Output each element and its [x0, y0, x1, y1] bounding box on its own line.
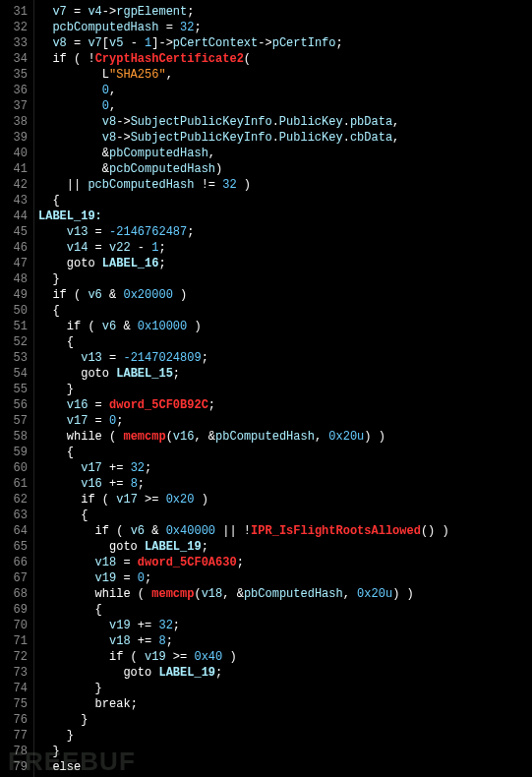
- code-line[interactable]: v17 += 32;: [38, 460, 449, 476]
- code-line[interactable]: {: [38, 602, 449, 618]
- token-c: [38, 115, 102, 129]
- token-c: &: [102, 288, 124, 302]
- line-number: 34: [4, 51, 28, 67]
- token-c: &: [38, 147, 109, 160]
- code-line[interactable]: v8->SubjectPublicKeyInfo.PublicKey.cbDat…: [38, 130, 449, 146]
- token-lbl: LABEL_19: [158, 666, 215, 680]
- code-area[interactable]: v7 = v4->rgpElement; pcbComputedHash = 3…: [34, 0, 449, 777]
- code-line[interactable]: goto LABEL_19;: [38, 539, 449, 555]
- code-line[interactable]: if ( v6 & 0x10000 ): [38, 319, 449, 334]
- code-line[interactable]: if ( v17 >= 0x20 ): [38, 492, 449, 508]
- token-kw: if: [109, 650, 123, 664]
- token-func: memcmp: [151, 587, 194, 601]
- code-line[interactable]: }: [38, 382, 449, 397]
- code-line[interactable]: || pcbComputedHash != 32 ): [38, 177, 449, 193]
- token-c: >=: [166, 650, 195, 664]
- token-kw: goto: [109, 540, 138, 554]
- code-line[interactable]: goto LABEL_16;: [38, 256, 449, 271]
- code-line[interactable]: v13 = -2147024809;: [38, 350, 449, 366]
- token-c: ;: [237, 556, 244, 569]
- token-c: }: [38, 272, 60, 286]
- token-c: [38, 398, 67, 412]
- code-line[interactable]: {: [38, 334, 449, 350]
- code-line[interactable]: while ( memcmp(v16, &pbComputedHash, 0x2…: [38, 429, 449, 445]
- token-var: v19: [109, 619, 131, 632]
- code-line[interactable]: while ( memcmp(v18, &pbComputedHash, 0x2…: [38, 586, 449, 602]
- code-line[interactable]: {: [38, 303, 449, 319]
- token-c: =: [67, 36, 89, 50]
- token-c: {: [38, 446, 74, 459]
- code-line[interactable]: {: [38, 193, 449, 209]
- code-line[interactable]: goto LABEL_19;: [38, 665, 449, 681]
- line-number: 43: [4, 193, 28, 209]
- code-line[interactable]: }: [38, 712, 449, 728]
- token-num: 0x20000: [123, 288, 172, 302]
- code-line[interactable]: L"SHA256",: [38, 67, 449, 83]
- token-num: 0: [102, 99, 109, 113]
- code-line[interactable]: }: [38, 744, 449, 759]
- code-line[interactable]: v16 = dword_5CF0B92C;: [38, 397, 449, 413]
- code-line[interactable]: v17 = 0;: [38, 413, 449, 429]
- token-c: ;: [166, 634, 173, 648]
- token-var: PublicKey: [279, 115, 343, 129]
- code-line[interactable]: v18 += 8;: [38, 633, 449, 649]
- token-num: 0x20: [166, 493, 195, 507]
- token-kw: if: [67, 320, 81, 333]
- code-line[interactable]: {: [38, 445, 449, 460]
- token-c: (: [95, 493, 117, 507]
- token-num: 32: [158, 619, 172, 632]
- code-line[interactable]: if ( v6 & 0x20000 ): [38, 287, 449, 303]
- token-var: v22: [109, 241, 131, 255]
- line-number: 51: [4, 319, 28, 334]
- code-line[interactable]: v7 = v4->rgpElement;: [38, 4, 449, 20]
- code-line[interactable]: v18 = dword_5CF0A630;: [38, 555, 449, 570]
- code-line[interactable]: pcbComputedHash = 32;: [38, 20, 449, 35]
- code-line[interactable]: 0,: [38, 98, 449, 114]
- token-c: ;: [187, 225, 194, 239]
- code-line[interactable]: v8->SubjectPublicKeyInfo.PublicKey.pbDat…: [38, 114, 449, 130]
- line-number: 76: [4, 712, 28, 728]
- code-line[interactable]: goto LABEL_15;: [38, 366, 449, 382]
- token-c: ): [222, 650, 236, 664]
- token-c: ->: [258, 36, 271, 50]
- code-line[interactable]: {: [38, 508, 449, 523]
- code-line[interactable]: if ( !CryptHashCertificate2(: [38, 51, 449, 67]
- token-c: ): [187, 320, 201, 333]
- code-line[interactable]: v19 += 32;: [38, 618, 449, 633]
- token-c: +=: [131, 634, 159, 648]
- token-c: ,: [392, 115, 399, 129]
- token-var: v14: [67, 241, 89, 255]
- code-line[interactable]: v8 = v7[v5 - 1]->pCertContext->pCertInfo…: [38, 35, 449, 51]
- code-line[interactable]: }: [38, 271, 449, 287]
- code-line[interactable]: v13 = -2146762487;: [38, 224, 449, 240]
- token-c: [38, 430, 67, 444]
- token-num: 0x40000: [166, 524, 215, 538]
- code-line[interactable]: 0,: [38, 83, 449, 98]
- code-line[interactable]: &pcbComputedHash): [38, 161, 449, 177]
- code-line[interactable]: v16 += 8;: [38, 476, 449, 492]
- code-line[interactable]: LABEL_19:: [38, 209, 449, 224]
- token-num: 0x10000: [138, 320, 187, 333]
- token-num: 0x40: [194, 650, 222, 664]
- code-line[interactable]: }: [38, 728, 449, 744]
- code-line[interactable]: else: [38, 759, 449, 775]
- line-number: 57: [4, 413, 28, 429]
- line-number: 37: [4, 98, 28, 114]
- token-kw: while: [95, 587, 131, 601]
- code-line[interactable]: }: [38, 681, 449, 696]
- token-var: v7: [52, 5, 66, 19]
- token-var: pcbComputedHash: [88, 178, 194, 192]
- line-number: 66: [4, 555, 28, 570]
- token-kw: else: [52, 760, 81, 774]
- code-line[interactable]: v19 = 0;: [38, 570, 449, 586]
- code-line[interactable]: if ( v19 >= 0x40 ): [38, 649, 449, 665]
- code-line[interactable]: &pbComputedHash,: [38, 146, 449, 161]
- line-number: 77: [4, 728, 28, 744]
- token-c: ;: [187, 5, 194, 19]
- code-line[interactable]: break;: [38, 696, 449, 712]
- token-c: [138, 540, 145, 554]
- token-c: , &: [194, 430, 215, 444]
- code-line[interactable]: if ( v6 & 0x40000 || !IPR_IsFlightRootsA…: [38, 523, 449, 539]
- code-line[interactable]: v14 = v22 - 1;: [38, 240, 449, 256]
- token-num: 8: [131, 477, 138, 491]
